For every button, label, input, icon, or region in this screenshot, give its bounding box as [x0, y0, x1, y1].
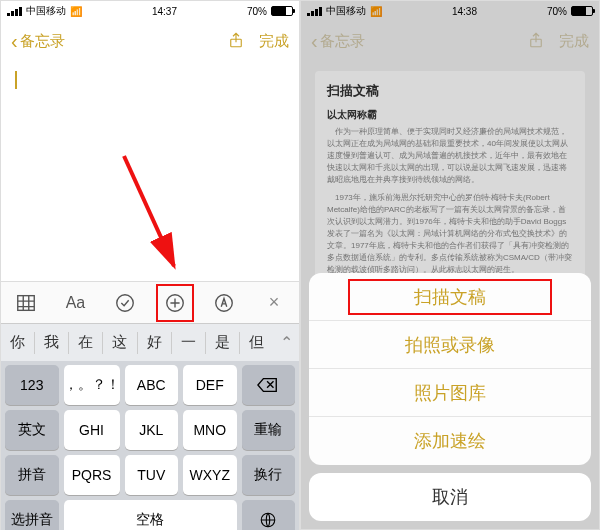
sheet-item-label: 照片图库 [414, 381, 486, 405]
sheet-photo-library[interactable]: 照片图库 [309, 369, 591, 417]
key-ghi[interactable]: GHI [64, 410, 120, 450]
suggestion-bar: 你 我 在 这 好 一 是 但 ⌃ [1, 323, 299, 361]
keyboard: 123 ，。？！ ABC DEF 英文 GHI JKL MNO 重输 拼音 PQ… [1, 361, 299, 530]
key-return[interactable]: 换行 [242, 455, 296, 495]
clock: 14:37 [152, 6, 177, 17]
phone-left: 中国移动 📶 14:37 70% ‹备忘录 完成 Aa [0, 0, 300, 530]
done-button[interactable]: 完成 [259, 32, 289, 51]
sheet-scan-documents[interactable]: 扫描文稿 [309, 273, 591, 321]
cancel-label: 取消 [432, 485, 468, 509]
expand-suggestions-icon[interactable]: ⌃ [273, 333, 299, 352]
phone-right: 中国移动 📶 14:38 70% ‹备忘录 完成 扫描文稿 以太网称霸 作为一种… [300, 0, 600, 530]
key-tuv[interactable]: TUV [125, 455, 179, 495]
sheet-item-label: 拍照或录像 [405, 333, 495, 357]
checklist-icon[interactable] [114, 292, 136, 314]
suggestion[interactable]: 在 [69, 333, 102, 352]
wifi-icon: 📶 [70, 6, 82, 17]
close-toolbar-button[interactable]: × [263, 292, 285, 314]
key-pinyin[interactable]: 拼音 [5, 455, 59, 495]
status-bar: 中国移动 📶 14:37 70% [1, 1, 299, 21]
key-mno[interactable]: MNO [183, 410, 237, 450]
key-select-pinyin[interactable]: 选拼音 [5, 500, 59, 530]
key-space[interactable]: 空格 [64, 500, 237, 530]
suggestion[interactable]: 一 [172, 333, 205, 352]
back-button[interactable]: ‹备忘录 [11, 31, 65, 51]
key-abc[interactable]: ABC [125, 365, 179, 405]
key-english[interactable]: 英文 [5, 410, 59, 450]
note-toolbar: Aa × [1, 281, 299, 323]
text-cursor [15, 71, 17, 89]
suggestion[interactable]: 这 [103, 333, 136, 352]
key-wxyz[interactable]: WXYZ [183, 455, 237, 495]
svg-rect-1 [18, 295, 35, 310]
battery-icon [271, 6, 293, 16]
key-jkl[interactable]: JKL [125, 410, 179, 450]
key-def[interactable]: DEF [183, 365, 237, 405]
key-retype[interactable]: 重输 [242, 410, 296, 450]
suggestion[interactable]: 但 [240, 333, 273, 352]
text-style-icon[interactable]: Aa [64, 292, 86, 314]
sheet-add-sketch[interactable]: 添加速绘 [309, 417, 591, 465]
key-punct[interactable]: ，。？！ [64, 365, 120, 405]
svg-point-2 [117, 294, 134, 311]
sheet-item-label: 添加速绘 [414, 429, 486, 453]
share-icon[interactable] [227, 31, 245, 52]
action-sheet: 扫描文稿 拍照或录像 照片图库 添加速绘 取消 [301, 265, 599, 529]
key-123[interactable]: 123 [5, 365, 59, 405]
note-body[interactable] [1, 61, 299, 281]
signal-icon [7, 7, 22, 16]
carrier-label: 中国移动 [26, 4, 66, 18]
table-icon[interactable] [15, 292, 37, 314]
suggestion[interactable]: 你 [1, 333, 34, 352]
battery-percent: 70% [247, 6, 267, 17]
markup-icon[interactable] [213, 292, 235, 314]
backspace-key[interactable] [242, 365, 296, 405]
back-label: 备忘录 [20, 32, 65, 51]
nav-bar: ‹备忘录 完成 [1, 21, 299, 61]
add-attachment-button[interactable] [164, 292, 186, 314]
key-globe[interactable] [242, 500, 296, 530]
chevron-left-icon: ‹ [11, 31, 18, 51]
suggestion[interactable]: 我 [35, 333, 68, 352]
sheet-cancel-button[interactable]: 取消 [309, 473, 591, 521]
suggestion[interactable]: 是 [206, 333, 239, 352]
sheet-item-label: 扫描文稿 [414, 285, 486, 309]
sheet-take-photo[interactable]: 拍照或录像 [309, 321, 591, 369]
suggestion[interactable]: 好 [138, 333, 171, 352]
key-pqrs[interactable]: PQRS [64, 455, 120, 495]
